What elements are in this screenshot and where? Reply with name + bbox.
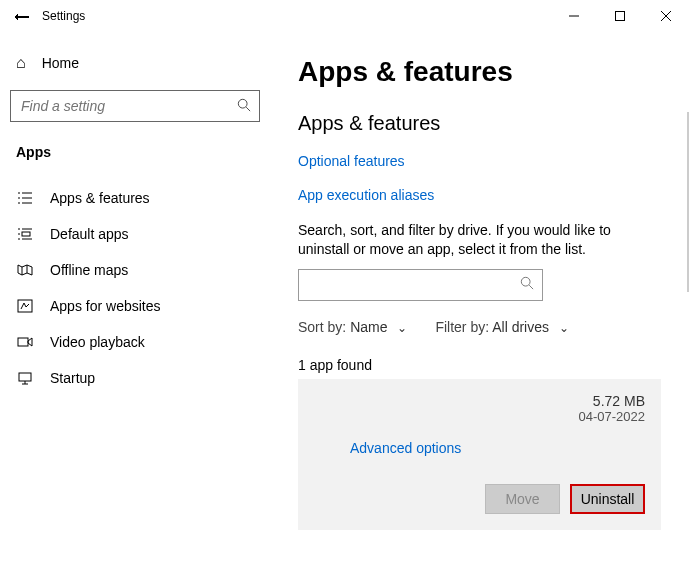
startup-icon	[16, 370, 34, 386]
app-size: 5.72 MB	[579, 393, 646, 409]
page-title: Apps & features	[298, 56, 661, 88]
app-card[interactable]: 5.72 MB 04-07-2022 Advanced options Move…	[298, 379, 661, 530]
move-button: Move	[485, 484, 560, 514]
nav-apps-features[interactable]: Apps & features	[10, 180, 260, 216]
description-text: Search, sort, and filter by drive. If yo…	[298, 221, 661, 259]
search-input[interactable]	[19, 97, 237, 115]
nav-offline-maps[interactable]: Offline maps	[10, 252, 260, 288]
titlebar: 🠔 Settings	[0, 0, 689, 32]
nav-item-label: Default apps	[50, 226, 129, 242]
websites-icon	[16, 298, 34, 314]
sort-value: Name	[350, 319, 387, 335]
nav-startup[interactable]: Startup	[10, 360, 260, 396]
nav-item-label: Apps for websites	[50, 298, 161, 314]
svg-rect-1	[616, 12, 625, 21]
nav-item-label: Apps & features	[50, 190, 150, 206]
uninstall-button[interactable]: Uninstall	[570, 484, 645, 514]
chevron-down-icon: ⌄	[559, 321, 569, 335]
app-execution-aliases-link[interactable]: App execution aliases	[298, 187, 661, 203]
chevron-down-icon: ⌄	[397, 321, 407, 335]
nav-video-playback[interactable]: Video playback	[10, 324, 260, 360]
svg-point-4	[238, 99, 247, 108]
optional-features-link[interactable]: Optional features	[298, 153, 661, 169]
section-title: Apps & features	[298, 112, 661, 135]
video-icon	[16, 334, 34, 350]
svg-point-26	[521, 278, 530, 287]
sort-by-dropdown[interactable]: Sort by: Name ⌄	[298, 319, 407, 335]
sidebar: ⌂ Home Apps Apps & features Default apps	[0, 32, 270, 587]
window-title: Settings	[32, 9, 85, 23]
svg-line-27	[529, 285, 533, 289]
svg-rect-15	[22, 232, 30, 236]
svg-rect-23	[19, 373, 31, 381]
nav-apps-websites[interactable]: Apps for websites	[10, 288, 260, 324]
search-settings[interactable]	[10, 90, 260, 122]
filter-value: All drives	[492, 319, 549, 335]
svg-rect-21	[18, 338, 28, 346]
map-icon	[16, 262, 34, 278]
nav-group-label: Apps	[10, 144, 260, 180]
filter-by-dropdown[interactable]: Filter by: All drives ⌄	[435, 319, 569, 335]
app-count: 1 app found	[298, 357, 661, 373]
search-icon	[237, 98, 251, 115]
svg-marker-22	[28, 338, 32, 346]
nav-default-apps[interactable]: Default apps	[10, 216, 260, 252]
advanced-options-link[interactable]: Advanced options	[350, 440, 645, 456]
home-icon: ⌂	[16, 54, 26, 72]
list-icon	[16, 190, 34, 206]
close-button[interactable]	[643, 0, 689, 32]
nav-item-label: Offline maps	[50, 262, 128, 278]
svg-line-5	[246, 107, 250, 111]
app-search[interactable]	[298, 269, 543, 301]
maximize-button[interactable]	[597, 0, 643, 32]
content: Apps & features Apps & features Optional…	[270, 32, 689, 587]
nav-item-label: Startup	[50, 370, 95, 386]
back-button[interactable]: 🠔	[0, 5, 32, 27]
sort-label: Sort by:	[298, 319, 346, 335]
app-date: 04-07-2022	[579, 409, 646, 424]
nav-home[interactable]: ⌂ Home	[10, 48, 260, 90]
filter-label: Filter by:	[435, 319, 489, 335]
nav-item-label: Video playback	[50, 334, 145, 350]
minimize-button[interactable]	[551, 0, 597, 32]
defaults-icon	[16, 226, 34, 242]
nav-home-label: Home	[42, 55, 79, 71]
search-icon	[520, 276, 534, 293]
